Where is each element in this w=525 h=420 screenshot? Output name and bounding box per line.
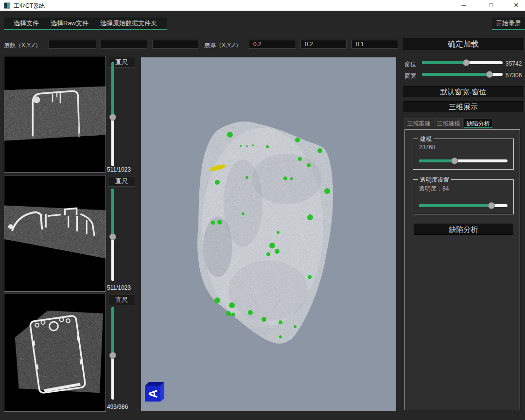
slider-fill <box>422 61 466 64</box>
modeling-slider[interactable] <box>419 158 508 164</box>
app-icon <box>4 2 10 9</box>
defect-analysis-button[interactable]: 缺陷分析 <box>414 224 513 235</box>
layers-label: 层数（X,Y,Z） <box>4 41 41 50</box>
window-level-value: 35742 <box>506 60 522 67</box>
slider-handle[interactable] <box>486 71 493 78</box>
opacity-group-title: 透明度设置 <box>418 176 451 184</box>
start-recording-button[interactable]: 开始录屏 <box>492 18 525 30</box>
thickness-label: 层厚（X,Y,Z） <box>204 41 241 50</box>
slice-view-bottom[interactable] <box>4 294 106 412</box>
3d-viewport[interactable]: A <box>141 57 396 411</box>
layers-z-input[interactable] <box>152 40 198 49</box>
modeling-value: 23768 <box>419 144 435 151</box>
select-file-button[interactable]: 选择文件 <box>8 19 45 28</box>
select-raw-folder-button[interactable]: 选择原始数据文件夹 <box>94 19 163 28</box>
slider-handle[interactable] <box>109 114 116 121</box>
slider-handle[interactable] <box>463 59 470 66</box>
ct-slice-image-3 <box>4 294 105 411</box>
default-window-button[interactable]: 默认窗宽-窗位 <box>403 86 523 97</box>
confirm-load-button[interactable]: 确定加载 <box>403 38 523 50</box>
slider-handle[interactable] <box>488 202 495 209</box>
opacity-group: 透明度设置 透明度：84 <box>413 179 514 214</box>
ruler-button-3[interactable]: 直尺 <box>108 295 135 305</box>
tab-3d-modeling[interactable]: 三维建模 <box>434 118 463 128</box>
slice-position-1: 511/1023 <box>107 166 138 173</box>
slice-slider-2[interactable] <box>109 189 117 281</box>
layers-y-input[interactable] <box>101 40 147 49</box>
maximize-button[interactable]: □ <box>480 0 502 11</box>
slider-track <box>419 159 508 162</box>
window-width-label: 窗宽 <box>404 72 416 80</box>
tab-defect-analysis[interactable]: 缺陷分析 <box>464 118 492 128</box>
opacity-slider[interactable] <box>419 202 508 209</box>
slider-track <box>422 61 503 64</box>
industrial-ct-window: 工业CT系统 ─ □ ✕ 选择文件 选择Raw文件 选择原始数据文件夹 开始录屏… <box>0 0 525 420</box>
window-width-slider[interactable] <box>422 71 503 78</box>
slider-handle[interactable] <box>109 233 116 240</box>
layers-x-input[interactable] <box>49 40 96 49</box>
display-3d-button[interactable]: 三维展示 <box>403 101 523 112</box>
window-title: 工业CT系统 <box>14 2 45 10</box>
titlebar: 工业CT系统 ─ □ ✕ <box>0 0 525 11</box>
orientation-cube-letter: A <box>146 389 159 398</box>
file-button-group: 选择文件 选择Raw文件 选择原始数据文件夹 <box>4 18 167 30</box>
slice-position-2: 511/1023 <box>107 284 138 291</box>
ct-slice-image-1 <box>4 56 105 172</box>
ct-slice-image-2 <box>4 175 105 291</box>
window-width-value: 57306 <box>506 72 522 79</box>
slice-position-3: 493/986 <box>107 403 138 410</box>
slider-handle[interactable] <box>451 158 458 164</box>
modeling-group-title: 建模 <box>418 135 434 143</box>
slice-slider-1[interactable] <box>109 62 117 166</box>
slider-handle[interactable] <box>109 352 116 359</box>
slider-fill <box>111 62 114 117</box>
slice-view-top[interactable] <box>4 56 106 173</box>
close-button[interactable]: ✕ <box>506 0 525 11</box>
slider-fill <box>419 204 491 207</box>
window-level-label: 窗位 <box>404 60 416 69</box>
tab-3d-reconstruction[interactable]: 三维重建 <box>404 118 433 128</box>
opacity-value-label: 透明度：84 <box>419 185 449 193</box>
3d-render: A <box>141 57 396 411</box>
orientation-cube[interactable]: A <box>145 382 164 402</box>
ruler-button-2[interactable]: 直尺 <box>108 176 135 187</box>
slice-slider-3[interactable] <box>109 307 117 400</box>
select-raw-file-button[interactable]: 选择Raw文件 <box>45 19 94 28</box>
slider-fill <box>111 307 114 355</box>
window-level-slider[interactable] <box>422 59 503 66</box>
minimize-button[interactable]: ─ <box>453 0 474 11</box>
thickness-y-input[interactable] <box>300 40 347 49</box>
defect-analysis-panel: 建模 23768 透明度设置 透明度：84 缺陷分析 <box>404 129 520 410</box>
slice-view-middle[interactable] <box>4 175 106 292</box>
thickness-z-input[interactable] <box>351 40 398 49</box>
thickness-x-input[interactable] <box>249 40 296 49</box>
modeling-group: 建模 23768 <box>413 139 514 170</box>
slider-fill <box>422 73 490 76</box>
slider-fill <box>419 159 455 162</box>
slider-fill <box>111 189 114 237</box>
